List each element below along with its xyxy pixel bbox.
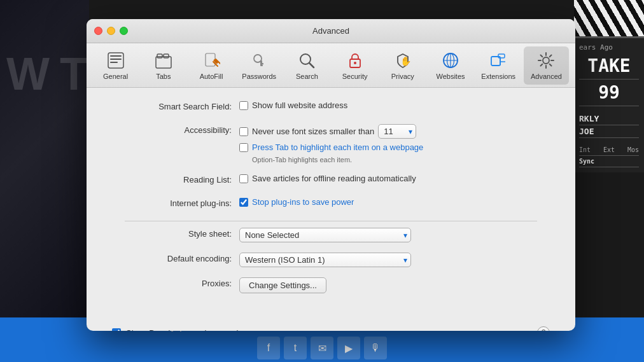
advanced-icon [536,50,556,71]
privacy-label: Privacy [391,73,414,80]
show-full-address-checkbox-label[interactable]: Show full website address [252,101,347,110]
tabs-label: Tabs [156,73,171,80]
encoding-select[interactable]: Western (ISO Latin 1) UTF-8 Unicode (UTF… [239,253,411,267]
security-label: Security [342,73,368,80]
toolbar-item-tabs[interactable]: Tabs [141,46,186,85]
toolbar: General Tabs Auto [87,43,575,88]
plugins-control: Stop plug-ins to save power [239,197,550,211]
maximize-button[interactable] [120,27,128,35]
advanced-label: Advanced [531,73,562,80]
svg-rect-7 [206,53,215,66]
close-button[interactable] [94,27,102,35]
toolbar-item-privacy[interactable]: ✋ Privacy [380,46,425,85]
extensions-icon [488,50,508,71]
facebook-icon[interactable]: f [257,337,280,359]
font-size-select[interactable]: 9 10 11 12 14 [378,124,416,139]
toolbar-item-search[interactable]: Search [284,46,330,85]
svg-rect-3 [110,62,118,63]
smart-search-label: Smart Search Field: [112,101,239,111]
websites-label: Websites [436,73,465,80]
autofill-icon [201,50,221,71]
accessibility-row: Accessibility: Never use font sizes smal… [112,124,550,164]
toolbar-item-autofill[interactable]: AutoFill [188,46,234,85]
separator-1 [125,221,537,221]
general-icon [106,50,126,71]
reading-list-control: Save articles for offline reading automa… [239,174,550,187]
style-sheet-wrapper: None Selected ▾ [239,228,411,242]
stop-plugins-label[interactable]: Stop plug-ins to save power [252,197,354,207]
security-icon [345,50,365,71]
svg-rect-0 [108,53,123,68]
show-full-address-row: Show full website address [239,101,550,110]
toolbar-item-extensions[interactable]: Extensions [476,46,521,85]
clap-take-value: 99 [579,80,639,106]
never-font-label[interactable]: Never use font sizes smaller than [252,127,374,136]
svg-rect-2 [110,59,122,60]
style-sheet-row: Style sheet: None Selected ▾ [112,228,550,242]
svg-rect-6 [164,54,169,58]
svg-rect-5 [157,54,162,58]
smart-search-row: Smart Search Field: Show full website ad… [112,101,550,114]
passwords-label: Passwords [242,73,276,80]
social-icons-row: f t ✉ ▶ 🎙 [257,337,387,359]
svg-point-18 [354,62,356,64]
style-sheet-select[interactable]: None Selected [239,228,411,242]
clap-take-label: TAKE [579,53,639,80]
develop-menu-row: Show Develop menu in menu bar [112,328,248,331]
accessibility-label: Accessibility: [112,124,239,135]
press-tab-label[interactable]: Press Tab to highlight each item on a we… [252,143,423,152]
search-toolbar-icon [297,50,317,71]
minimize-button[interactable] [107,27,115,35]
save-articles-label[interactable]: Save articles for offline reading automa… [252,174,416,183]
help-button[interactable]: ? [537,326,550,331]
clap-top [574,0,644,38]
clap-ext-label: Ext [603,146,615,153]
toolbar-item-advanced[interactable]: Advanced [524,46,569,85]
twitter-icon[interactable]: t [284,337,307,359]
extensions-label: Extensions [481,73,515,80]
press-tab-checkbox[interactable] [239,143,248,152]
svg-rect-13 [261,63,263,65]
toolbar-item-websites[interactable]: Websites [428,46,473,85]
privacy-icon: ✋ [393,50,413,71]
toolbar-item-passwords[interactable]: Passwords [237,46,282,85]
tabs-icon [153,50,174,71]
clap-mos-label: Mos [627,146,639,153]
email-icon[interactable]: ✉ [311,337,333,359]
websites-icon [440,50,461,71]
rss-icon[interactable]: ▶ [337,337,360,359]
reading-list-row: Reading List: Save articles for offline … [112,174,550,187]
font-size-wrapper: 9 10 11 12 14 ▾ [378,124,416,139]
smart-search-control: Show full website address [239,101,550,114]
clap-sync-label: Sync [579,158,594,165]
clapperboard: ears Ago TAKE 99 RKLY JOE Int Ext Mos Sy… [574,0,644,324]
podcast-icon[interactable]: 🎙 [364,337,387,359]
search-label: Search [296,73,318,80]
never-font-checkbox[interactable] [239,127,248,136]
svg-point-28 [543,57,549,64]
window-title: Advanced [312,26,349,36]
stop-plugins-row: Stop plug-ins to save power [239,197,550,207]
stop-plugins-checkbox[interactable] [239,198,248,207]
show-develop-checkbox[interactable] [112,328,121,331]
save-articles-checkbox[interactable] [239,174,248,183]
save-articles-row: Save articles for offline reading automa… [239,174,550,183]
encoding-control: Western (ISO Latin 1) UTF-8 Unicode (UTF… [239,253,550,267]
svg-line-16 [309,63,314,67]
reading-list-label: Reading List: [112,174,239,184]
svg-rect-14 [261,65,263,66]
clap-years-ago: ears Ago [579,43,639,53]
clap-title: RKLY [579,113,639,125]
press-tab-row: Press Tab to highlight each item on a we… [239,143,550,152]
encoding-label: Default encoding: [112,253,239,263]
plugins-label: Internet plug-ins: [112,197,239,208]
show-full-address-checkbox[interactable] [239,101,248,110]
accessibility-control: Never use font sizes smaller than 9 10 1… [239,124,550,164]
toolbar-item-general[interactable]: General [93,46,138,85]
autofill-label: AutoFill [200,73,223,80]
show-develop-label[interactable]: Show Develop menu in menu bar [126,328,248,331]
toolbar-item-security[interactable]: Security [332,46,377,85]
change-settings-button[interactable]: Change Settings... [239,277,326,293]
clap-sync-row: Sync [579,156,639,167]
clap-stripe [574,0,644,36]
